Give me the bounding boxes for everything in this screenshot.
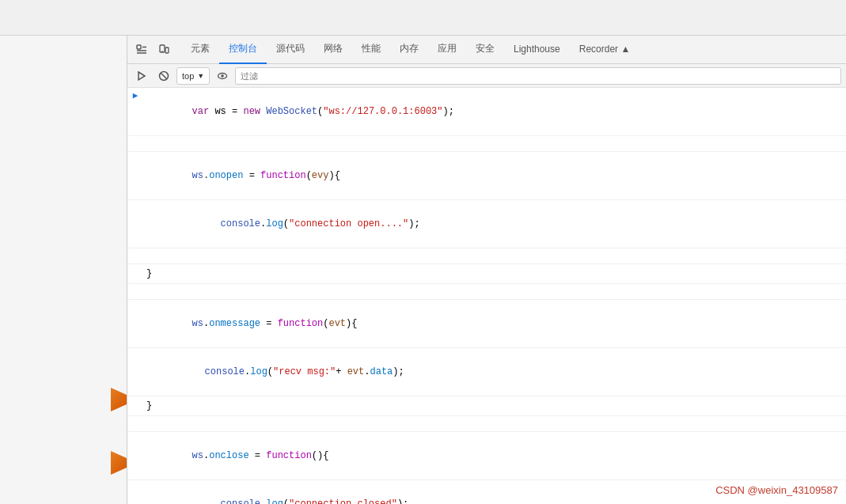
device-icon[interactable] xyxy=(153,39,175,61)
tab-icons xyxy=(131,39,175,61)
execute-icon[interactable] xyxy=(132,66,151,85)
tab-sources[interactable]: 源代码 xyxy=(267,36,314,64)
console-line: ▶ var ws = new WebSocket("ws://127.0.0.1… xyxy=(127,88,846,136)
context-selector-value: top xyxy=(182,71,194,81)
console-filter-input[interactable] xyxy=(235,67,841,85)
tab-network[interactable]: 网络 xyxy=(314,36,352,64)
line-code: ws.onmessage = function(evt){ xyxy=(143,301,846,347)
console-line: ws.onopen = function(evy){ xyxy=(127,152,846,200)
tab-recorder[interactable]: Recorder ▲ xyxy=(570,36,640,64)
console-output: ▶ var ws = new WebSocket("ws://127.0.0.1… xyxy=(127,88,846,504)
line-prefix-empty xyxy=(127,153,143,154)
line-prefix-empty xyxy=(127,481,143,483)
tab-security[interactable]: 安全 xyxy=(466,36,504,64)
browser-top-bar xyxy=(0,0,846,36)
line-prefix-empty xyxy=(127,201,143,203)
line-code: var ws = new WebSocket("ws://127.0.0.1:6… xyxy=(143,89,846,135)
tab-elements[interactable]: 元素 xyxy=(181,36,219,64)
console-line: ws.onclose = function(){ xyxy=(127,432,846,480)
console-line-blank xyxy=(127,284,846,300)
svg-rect-0 xyxy=(137,45,141,49)
line-code: ws.onopen = function(evy){ xyxy=(143,153,846,199)
console-line-blank xyxy=(127,248,846,264)
clear-console-icon[interactable] xyxy=(154,66,173,85)
csdn-watermark: CSDN @weixin_43109587 xyxy=(715,484,838,496)
line-prefix-empty xyxy=(127,397,143,399)
svg-marker-7 xyxy=(138,72,145,80)
line-prefix-empty xyxy=(127,349,143,351)
tab-memory[interactable]: 内存 xyxy=(390,36,428,64)
line-code: console.log("recv msg:"+ evt.data); xyxy=(143,349,846,395)
tab-lighthouse[interactable]: Lighthouse xyxy=(504,36,570,64)
svg-point-11 xyxy=(221,74,224,78)
left-sidebar xyxy=(0,36,127,504)
line-prefix-arrow: ▶ xyxy=(127,89,143,100)
svg-rect-5 xyxy=(165,47,169,53)
line-prefix-empty xyxy=(127,265,143,267)
console-line: console.log("recv msg:"+ evt.data); xyxy=(127,348,846,396)
context-selector[interactable]: top ▼ xyxy=(176,67,210,85)
console-line: ws.onmessage = function(evt){ xyxy=(127,300,846,348)
console-line: } xyxy=(127,396,846,416)
tab-console[interactable]: 控制台 xyxy=(219,36,267,64)
console-line: } xyxy=(127,264,846,284)
tab-performance[interactable]: 性能 xyxy=(352,36,390,64)
console-line-blank xyxy=(127,416,846,432)
console-toolbar: top ▼ xyxy=(127,64,846,88)
line-code: ws.onclose = function(){ xyxy=(143,433,846,479)
line-code: } xyxy=(143,265,846,282)
tab-application[interactable]: 应用 xyxy=(428,36,466,64)
devtools-panel: 元素 控制台 源代码 网络 性能 内存 应用 安全 Lighthouse Rec… xyxy=(127,36,846,504)
line-prefix-empty xyxy=(127,433,143,434)
console-line: console.log("connection open...."); xyxy=(127,200,846,248)
eye-icon[interactable] xyxy=(213,66,232,85)
line-code: console.log("connection open...."); xyxy=(143,201,846,247)
inspect-icon[interactable] xyxy=(131,39,153,61)
line-code: } xyxy=(143,397,846,415)
console-line-blank xyxy=(127,136,846,152)
chevron-down-icon: ▼ xyxy=(197,72,204,80)
line-prefix-empty xyxy=(127,301,143,302)
tab-bar: 元素 控制台 源代码 网络 性能 内存 应用 安全 Lighthouse Rec… xyxy=(127,36,846,64)
svg-line-9 xyxy=(161,73,167,78)
